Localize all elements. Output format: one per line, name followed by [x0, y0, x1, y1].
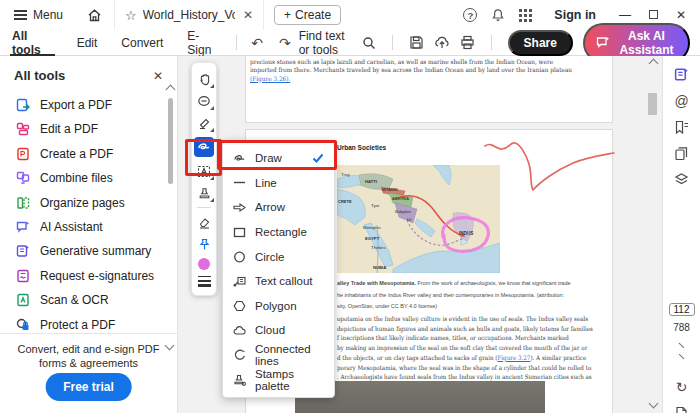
- ai-summary-icon[interactable]: [673, 67, 691, 82]
- highlighter-icon[interactable]: [196, 115, 212, 131]
- find-text-button[interactable]: Find text or tools: [299, 29, 376, 57]
- previous-page-icon[interactable]: [679, 343, 685, 349]
- menu-item-circle[interactable]: Circle: [223, 244, 334, 269]
- sidebar-item-create-pdf[interactable]: Create a PDF: [16, 146, 177, 162]
- protect-pdf-icon: [16, 318, 30, 332]
- panel-scroll-up-icon[interactable]: [165, 85, 175, 95]
- svg-text:ASSYRIA: ASSYRIA: [392, 197, 409, 201]
- arrow-icon: [233, 202, 246, 213]
- draw-tool-selected[interactable]: [194, 137, 214, 157]
- hamburger-icon: [14, 8, 27, 22]
- ai-chat-icon: [596, 36, 610, 49]
- menu-item-line[interactable]: Line: [223, 171, 334, 196]
- apps-grid-icon[interactable]: [519, 9, 532, 22]
- document-scrollbar[interactable]: [646, 56, 660, 413]
- figure-327-link[interactable]: Figure 3.27: [497, 354, 530, 361]
- app-menu-button[interactable]: Menu: [0, 8, 75, 22]
- add-text-icon[interactable]: [196, 163, 212, 179]
- notifications-bell-icon[interactable]: [491, 8, 505, 22]
- tab-esign[interactable]: E-Sign: [175, 30, 230, 56]
- color-swatch[interactable]: [198, 258, 210, 270]
- sidebar-item-scan-ocr[interactable]: Scan & OCR: [16, 292, 177, 308]
- panel-title: All tools: [14, 68, 65, 83]
- ask-ai-label: Ask AI Assistant: [616, 29, 677, 57]
- rotate-page-icon[interactable]: ↻: [673, 379, 691, 395]
- menu-item-cloud[interactable]: Cloud: [223, 318, 334, 343]
- sidebar-item-generative-summary[interactable]: Generative summary: [16, 243, 177, 259]
- scroll-down-icon[interactable]: [649, 399, 659, 409]
- polygon-icon: [233, 300, 246, 312]
- figure-326-link[interactable]: (Figure 3.26).: [250, 75, 290, 82]
- sidebar-item-combine-files[interactable]: Combine files: [16, 170, 177, 186]
- upload-cloud-icon[interactable]: [434, 35, 450, 50]
- share-button[interactable]: Share: [508, 30, 573, 56]
- circle-icon: [233, 251, 246, 263]
- document-tab[interactable]: ☆ World_History_Volume_... ✕: [114, 0, 264, 30]
- pin-icon[interactable]: [196, 236, 212, 252]
- content-area: precious stones such as lapis lazuli and…: [0, 56, 700, 413]
- sidebar-item-ai-assistant[interactable]: AI Assistant: [16, 219, 177, 235]
- line-icon: [233, 177, 246, 188]
- menu-item-polygon[interactable]: Polygon: [223, 294, 334, 319]
- page-view-icon[interactable]: [673, 406, 691, 413]
- line-thickness-icon[interactable]: [198, 276, 211, 287]
- menu-item-rectangle[interactable]: Rectangle: [223, 220, 334, 245]
- menu-item-connected-lines[interactable]: Connected lines: [223, 343, 334, 368]
- next-page-icon[interactable]: [679, 354, 685, 360]
- help-icon[interactable]: ?: [463, 8, 477, 22]
- page-thumbnails-icon[interactable]: [673, 146, 691, 161]
- draw-icon: [233, 153, 246, 164]
- page-number-input[interactable]: [669, 303, 695, 316]
- svg-text:INDUS: INDUS: [459, 231, 473, 236]
- sidebar-item-export-pdf[interactable]: Export a PDF: [16, 97, 177, 113]
- layers-icon[interactable]: [673, 172, 691, 187]
- eraser-icon[interactable]: [196, 214, 212, 230]
- menu-item-stamps-palette[interactable]: Stamps palette: [223, 367, 334, 392]
- star-icon[interactable]: ☆: [125, 8, 137, 23]
- sidebar-item-organize-pages[interactable]: Organize pages: [16, 195, 177, 211]
- organize-pages-icon: [16, 196, 30, 210]
- stamp-icon[interactable]: [196, 185, 212, 201]
- sidebar-item-request-esignatures[interactable]: Request e-signatures: [16, 268, 177, 284]
- menu-item-arrow[interactable]: Arrow: [223, 195, 334, 220]
- hand-tool-icon[interactable]: [196, 71, 212, 87]
- panel-scrollbar-thumb[interactable]: [168, 98, 173, 184]
- comments-icon[interactable]: @: [673, 93, 691, 109]
- svg-text:Tyre: Tyre: [371, 203, 380, 208]
- sticky-note-icon[interactable]: [196, 93, 212, 109]
- edit-pdf-icon: [16, 122, 30, 136]
- free-trial-button[interactable]: Free trial: [45, 373, 132, 401]
- create-pdf-icon: [16, 147, 30, 161]
- save-icon[interactable]: [409, 35, 424, 50]
- tab-convert[interactable]: Convert: [109, 30, 175, 56]
- menu-item-text-callout[interactable]: Text callout: [223, 269, 334, 294]
- svg-text:Troy: Troy: [341, 172, 350, 177]
- rectangle-icon: [233, 227, 246, 238]
- sidebar-item-edit-pdf[interactable]: Edit a PDF: [16, 121, 177, 137]
- tab-all-tools[interactable]: All tools: [0, 30, 65, 56]
- sidebar-item-protect-pdf[interactable]: Protect a PDF: [16, 317, 177, 333]
- svg-text:CRETE: CRETE: [338, 199, 352, 204]
- check-icon: [312, 153, 324, 163]
- close-panel-icon[interactable]: ✕: [153, 69, 163, 83]
- window-maximize-icon[interactable]: [646, 8, 660, 22]
- window-minimize-icon[interactable]: —: [618, 8, 632, 22]
- map-figure: Troy HATTI MITANNI ASSYRIA Babylon Ur CR…: [337, 165, 500, 273]
- panel-scroll-down-icon[interactable]: [165, 341, 175, 351]
- tab-edit[interactable]: Edit: [65, 30, 110, 56]
- print-icon[interactable]: [460, 35, 475, 50]
- generative-summary-icon: [16, 244, 30, 258]
- scrollbar-thumb[interactable]: [648, 93, 657, 115]
- sign-in-button[interactable]: Sign in: [554, 8, 596, 22]
- menu-item-draw[interactable]: Draw: [223, 146, 334, 171]
- scroll-up-icon[interactable]: [648, 59, 658, 69]
- bookmarks-icon[interactable]: [673, 120, 691, 135]
- find-label: Find text or tools: [299, 29, 356, 57]
- undo-icon[interactable]: ↶: [243, 35, 271, 51]
- home-button[interactable]: [75, 8, 114, 23]
- redo-icon[interactable]: ↷: [271, 35, 299, 51]
- app-menu-label: Menu: [33, 8, 63, 22]
- close-tab-icon[interactable]: ✕: [241, 8, 253, 22]
- window-close-icon[interactable]: ✕: [674, 8, 688, 22]
- stamps-palette-icon: [233, 374, 246, 386]
